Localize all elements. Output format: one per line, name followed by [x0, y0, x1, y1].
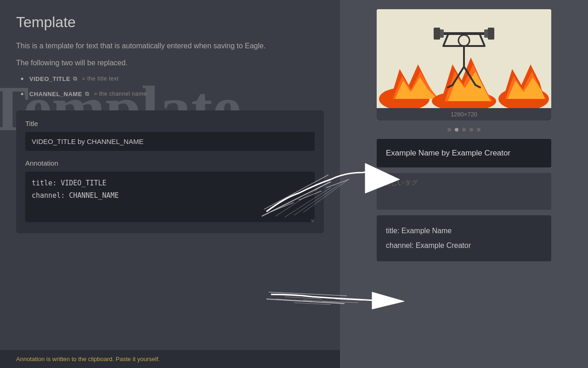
video-title-equals: = the title text	[82, 75, 119, 82]
dot-3[interactable]	[462, 128, 466, 132]
bullet-item-video-title: VIDEO_TITLE ⧉ = the title text	[21, 74, 324, 84]
svg-rect-15	[434, 28, 440, 40]
page-title: Template	[16, 14, 324, 31]
bottom-note: Annotation is written to the clipboard. …	[0, 350, 340, 368]
image-placeholder	[377, 9, 551, 108]
left-panel: Template This is a template for text tha…	[0, 0, 340, 368]
bullet-list: VIDEO_TITLE ⧉ = the title text CHANNEL_N…	[21, 74, 324, 99]
channel-name-key: CHANNEL_NAME	[29, 91, 82, 98]
result-title-text: Example Name by Example Creator	[386, 147, 542, 159]
bullet-item-channel-name: CHANNEL_NAME ⧉ = the channel name	[21, 89, 324, 99]
result-annotation-box: title: Example Name channel: Example Cre…	[377, 215, 551, 261]
image-container: 1280×720	[377, 9, 551, 121]
annotation-line2: channel: Example Creator	[386, 242, 471, 249]
annotation-field-label: Annotation	[25, 159, 315, 167]
result-title-box: Example Name by Example Creator	[377, 139, 551, 167]
description-text: This is a template for text that is auto…	[16, 40, 324, 52]
tag-input-box[interactable]: 新しいタグ	[377, 173, 551, 210]
result-annotation-text: title: Example Name channel: Example Cre…	[386, 224, 542, 253]
template-form: Title Annotation title: VIDEO_TITLE chan…	[16, 110, 324, 233]
dot-5[interactable]	[477, 128, 481, 132]
copy-icon-channel-name[interactable]: ⧉	[85, 91, 90, 97]
tag-input-placeholder: 新しいタグ	[384, 178, 418, 186]
copy-icon-video-title[interactable]: ⧉	[73, 75, 78, 82]
dot-1[interactable]	[447, 128, 451, 132]
title-input[interactable]	[25, 132, 315, 151]
annotation-textarea[interactable]: title: VIDEO_TITLE channel: CHANNEL_NAME	[25, 172, 315, 222]
title-field-label: Title	[25, 120, 315, 127]
right-panel: 1280×720 Example Name by Example Creator…	[340, 0, 588, 368]
svg-rect-17	[488, 28, 494, 40]
channel-name-equals: = the channel name	[94, 91, 147, 97]
following-text: The following two will be replaced.	[16, 59, 324, 67]
dot-4[interactable]	[469, 128, 473, 132]
dots-row	[447, 128, 481, 132]
resize-handle: ⤡	[310, 218, 314, 223]
video-title-key: VIDEO_TITLE	[29, 75, 70, 82]
dot-2[interactable]	[455, 128, 458, 132]
image-size-label: 1280×720	[377, 108, 551, 121]
annotation-line1: title: Example Name	[386, 227, 452, 235]
